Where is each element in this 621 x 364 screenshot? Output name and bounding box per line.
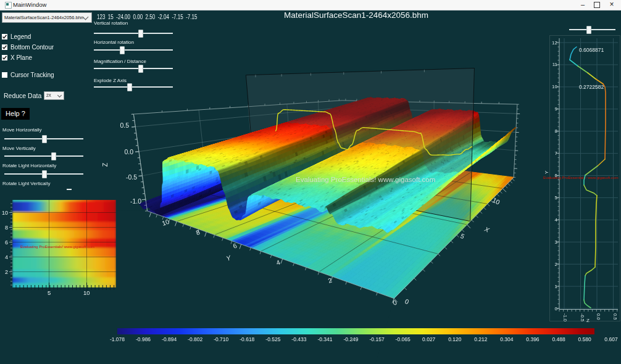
svg-text:Y: Y — [544, 170, 549, 174]
svg-text:0.6068871: 0.6068871 — [579, 47, 604, 53]
svg-text:12: 12 — [552, 40, 557, 46]
svg-text:Evaluating ProEssentials! www.: Evaluating ProEssentials! www.gigasoft.c… — [296, 176, 435, 183]
svg-text:-0.5: -0.5 — [580, 313, 585, 321]
svg-text:Z: Z — [586, 318, 590, 323]
svg-text:9: 9 — [555, 106, 558, 112]
svg-text:2: 2 — [5, 269, 8, 275]
svg-text:Evaluating ProEssentials! www.: Evaluating ProEssentials! www.gigasoft.c… — [20, 244, 94, 249]
svg-text:2: 2 — [555, 262, 558, 267]
svg-text:0.5: 0.5 — [612, 313, 618, 320]
svg-text:1: 1 — [555, 284, 558, 289]
svg-text:X: X — [483, 225, 491, 234]
svg-text:6: 6 — [5, 239, 8, 246]
svg-text:-0.5: -0.5 — [126, 173, 137, 181]
svg-text:Y: Y — [225, 254, 232, 262]
svg-text:0.2722582: 0.2722582 — [579, 84, 604, 90]
svg-text:10: 10 — [552, 84, 557, 89]
svg-text:10: 10 — [161, 218, 170, 227]
svg-text:5: 5 — [459, 232, 465, 240]
svg-text:8: 8 — [555, 128, 558, 134]
svg-text:6: 6 — [232, 242, 238, 250]
svg-text:7: 7 — [555, 151, 558, 156]
svg-text:11: 11 — [552, 62, 558, 67]
svg-text:0.0: 0.0 — [596, 313, 601, 320]
svg-text:0: 0 — [555, 306, 558, 312]
svg-text:4: 4 — [275, 259, 281, 267]
svg-text:Z: Z — [101, 162, 109, 167]
svg-text:0: 0 — [404, 297, 410, 305]
svg-text:Evaluating ProEssentials! www.: Evaluating ProEssentials! www.gigasoft.c… — [543, 175, 619, 180]
svg-text:-1.0: -1.0 — [130, 197, 141, 205]
svg-text:10: 10 — [83, 289, 90, 296]
svg-text:4: 4 — [555, 217, 558, 223]
svg-text:10: 10 — [2, 210, 8, 216]
svg-text:0.5: 0.5 — [120, 122, 129, 129]
svg-text:10: 10 — [491, 196, 501, 206]
svg-text:0: 0 — [392, 299, 398, 307]
svg-text:0.0: 0.0 — [124, 148, 133, 155]
svg-text:4: 4 — [5, 254, 8, 260]
svg-text:-1.0: -1.0 — [562, 313, 568, 321]
svg-text:5: 5 — [555, 195, 558, 201]
svg-text:2: 2 — [327, 276, 333, 284]
svg-text:8: 8 — [5, 225, 8, 231]
svg-text:3: 3 — [555, 239, 558, 245]
svg-text:5: 5 — [48, 289, 51, 296]
svg-text:8: 8 — [195, 228, 201, 236]
